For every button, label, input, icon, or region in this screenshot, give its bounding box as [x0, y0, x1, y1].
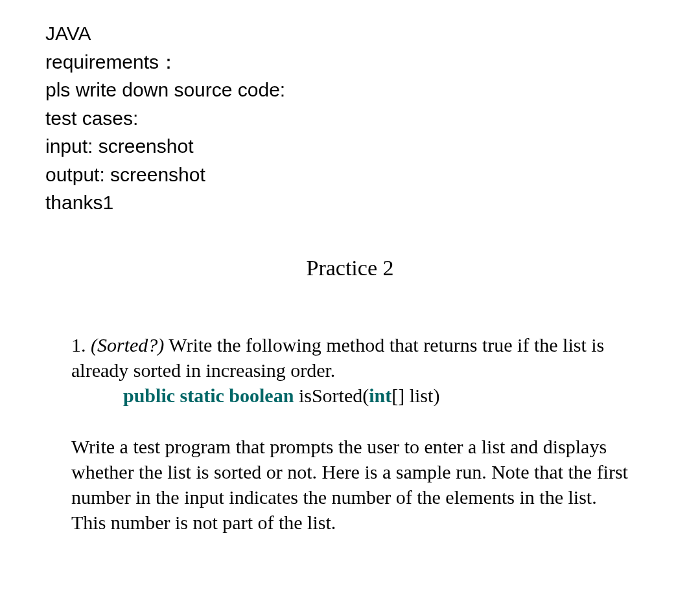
intro-line-4: test cases:	[45, 104, 655, 133]
practice-title: Practice 2	[45, 256, 655, 280]
problem-number: 1.	[71, 334, 91, 356]
intro-block: JAVA requirements： pls write down source…	[45, 19, 655, 217]
intro-line-6: output: screenshot	[45, 161, 655, 189]
problem-description: Write a test program that prompts the us…	[71, 434, 629, 535]
intro-line-7: thanks1	[45, 188, 655, 217]
intro-line-3: pls write down source code:	[45, 76, 655, 104]
method-rest: [] list)	[391, 385, 439, 406]
method-name: isSorted(	[294, 385, 369, 406]
keyword-type: int	[369, 385, 391, 406]
problem-intro: 1. (Sorted?) Write the following method …	[71, 332, 629, 383]
problem-label: (Sorted?)	[91, 334, 164, 356]
keyword-modifiers: public static boolean	[123, 385, 294, 406]
problem-block: 1. (Sorted?) Write the following method …	[45, 332, 655, 535]
intro-line-5: input: screenshot	[45, 132, 655, 161]
intro-line-1: JAVA	[45, 19, 655, 48]
method-signature: public static boolean isSorted(int[] lis…	[71, 383, 629, 408]
intro-line-2: requirements：	[45, 48, 655, 76]
